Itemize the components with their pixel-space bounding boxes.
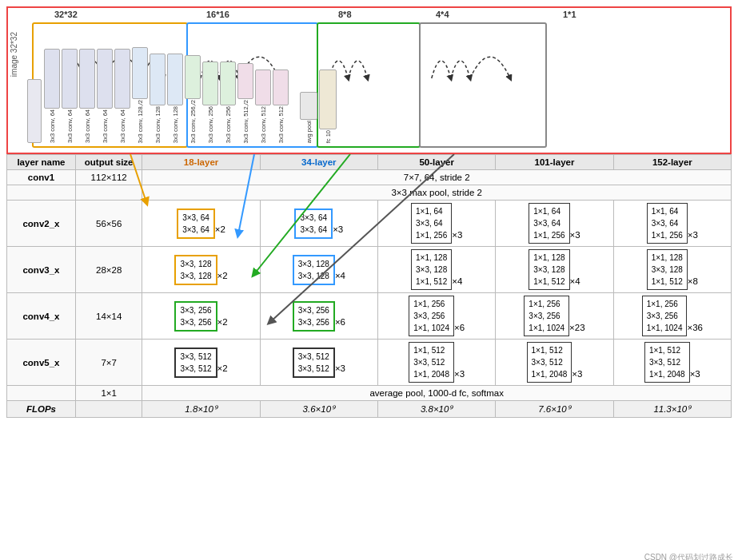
matrix-conv3-34: 3×3, 1283×3, 128 [293,255,335,285]
watermark: CSDN @代码划过路成长 [644,552,733,560]
cell-avgpool-layer [7,386,76,401]
cell-conv3-18: 3×3, 1283×3, 128×2 [142,247,260,293]
matrix-conv5-152: 1×1, 5123×3, 5121×1, 2048 [644,342,690,383]
cell-flops-18: 1.8×10⁹ [142,401,260,418]
cell-flops-152: 11.3×10⁹ [613,401,731,418]
cell-conv2-layer: conv2_x [7,201,76,247]
size-label-16: 16*16 [206,10,229,19]
cell-conv3-50: 1×1, 1283×3, 1281×1, 512×4 [378,247,496,293]
cell-flops-empty [75,401,142,418]
table-row-pool: 3×3 max pool, stride 2 [7,185,732,201]
cell-conv2-152: 1×1, 643×3, 641×1, 256×3 [613,201,731,247]
matrix-conv3-101: 1×1, 1283×3, 1281×1, 512 [529,249,569,290]
matrix-conv5-101: 1×1, 5123×3, 5121×1, 2048 [527,342,572,383]
matrix-conv5-18: 3×3, 5123×3, 512 [174,348,217,378]
matrix-conv3-50: 1×1, 1283×3, 1281×1, 512 [411,249,452,290]
cell-conv2-18: 3×3, 643×3, 64×2 [142,201,260,247]
matrix-conv4-50: 1×1, 2563×3, 2561×1, 1024 [409,296,454,336]
cell-conv2-output: 56×56 [75,201,142,247]
matrix-conv2-101: 1×1, 643×3, 641×1, 256 [529,203,569,244]
matrix-conv4-152: 1×1, 2563×3, 2561×1, 1024 [642,296,688,336]
cell-conv3-152: 1×1, 1283×3, 1281×1, 512×8 [613,247,731,293]
header-152layer: 152-layer [613,155,731,170]
cell-conv5-layer: conv5_x [7,340,76,386]
header-34layer: 34-layer [260,155,377,170]
cell-avgpool-span: average pool, 1000-d fc, softmax [142,386,732,401]
matrix-conv5-50: 1×1, 5123×3, 5121×1, 2048 [409,342,454,383]
cell-conv1-layer: conv1 [7,170,76,185]
cell-conv2-34: 3×3, 643×3, 64×3 [260,201,377,247]
matrix-conv2-152: 1×1, 643×3, 641×1, 256 [647,203,688,244]
table-row-conv3: conv3_x 28×28 3×3, 1283×3, 128×2 3×3, 12… [7,247,732,293]
size-label-4: 4*4 [436,10,449,19]
cell-conv1-output: 112×112 [75,170,142,185]
size-label-32: 32*32 [54,10,78,19]
cell-conv4-layer: conv4_x [7,293,76,340]
cell-pool-span: 3×3 max pool, stride 2 [142,185,732,201]
cell-pool-output [75,185,142,201]
cell-pool-layer [7,185,76,201]
cell-flops-101: 7.6×10⁹ [496,401,613,418]
matrix-conv2-34: 3×3, 643×3, 64 [294,209,333,239]
cell-conv5-34: 3×3, 5123×3, 512×3 [260,340,377,386]
cell-conv1-span: 7×7, 64, stride 2 [142,170,732,185]
header-50layer: 50-layer [378,155,496,170]
matrix-conv3-152: 1×1, 1283×3, 1281×1, 512 [647,249,688,290]
matrix-conv4-101: 1×1, 2563×3, 2561×1, 1024 [524,296,569,336]
size-label-8: 8*8 [338,10,352,19]
table-row-conv1: conv1 112×112 7×7, 64, stride 2 [7,170,732,185]
table-row-conv4: conv4_x 14×14 3×3, 2563×3, 256×2 3×3, 25… [7,293,732,340]
matrix-conv4-34: 3×3, 2563×3, 256 [293,301,335,332]
header-outsize: output size [75,155,142,170]
architecture-diagram: 32*32 16*16 8*8 4*4 1*1 image 32*32 [6,6,732,154]
cell-conv4-50: 1×1, 2563×3, 2561×1, 1024×6 [378,293,496,340]
table-row-conv5: conv5_x 7×7 3×3, 5123×3, 512×2 3×3, 5123… [7,340,732,386]
cell-conv4-18: 3×3, 2563×3, 256×2 [142,293,260,340]
cell-flops-label: FLOPs [7,401,76,418]
cell-conv3-101: 1×1, 1283×3, 1281×1, 512×4 [496,247,613,293]
table-row-avgpool: 1×1 average pool, 1000-d fc, softmax [7,386,732,401]
matrix-conv2-18: 3×3, 643×3, 64 [177,209,215,239]
size-label-1: 1*1 [563,10,576,19]
matrix-conv4-18: 3×3, 2563×3, 256 [174,301,217,332]
image-label: image 32*32 [10,32,18,77]
table-row-conv2: conv2_x 56×56 3×3, 643×3, 64×2 3×3, 643×… [7,201,732,247]
cell-conv5-50: 1×1, 5123×3, 5121×1, 2048×3 [378,340,496,386]
header-101layer: 101-layer [496,155,613,170]
cell-conv3-output: 28×28 [75,247,142,293]
table-wrapper: layer name output size 18-layer 34-layer… [6,154,732,418]
cell-conv5-101: 1×1, 5123×3, 5121×1, 2048×3 [496,340,613,386]
matrix-conv3-18: 3×3, 1283×3, 128 [174,255,217,285]
cell-conv3-layer: conv3_x [7,247,76,293]
resnet-table: layer name output size 18-layer 34-layer… [6,154,732,418]
cell-conv3-34: 3×3, 1283×3, 128×4 [260,247,377,293]
cell-conv4-101: 1×1, 2563×3, 2561×1, 1024×23 [496,293,613,340]
cell-flops-50: 3.8×10⁹ [378,401,496,418]
cell-conv4-152: 1×1, 2563×3, 2561×1, 1024×36 [613,293,731,340]
group-gray [419,22,547,148]
cell-conv5-18: 3×3, 5123×3, 512×2 [142,340,260,386]
conv-blocks-row: 3x3 conv, 64 3x3 conv, 64 3x3 conv, 64 3… [27,47,337,143]
matrix-conv5-34: 3×3, 5123×3, 512 [293,348,335,378]
header-18layer: 18-layer [142,155,260,170]
cell-conv4-output: 14×14 [75,293,142,340]
cell-conv2-50: 1×1, 643×3, 641×1, 256×3 [378,201,496,247]
cell-conv5-output: 7×7 [75,340,142,386]
header-layer: layer name [7,155,76,170]
matrix-conv2-50: 1×1, 643×3, 641×1, 256 [411,203,452,244]
cell-conv4-34: 3×3, 2563×3, 256×6 [260,293,377,340]
cell-flops-34: 3.6×10⁹ [260,401,377,418]
table-row-flops: FLOPs 1.8×10⁹ 3.6×10⁹ 3.8×10⁹ 7.6×10⁹ 11… [7,401,732,418]
cell-conv2-101: 1×1, 643×3, 641×1, 256×3 [496,201,613,247]
cell-conv5-152: 1×1, 5123×3, 5121×1, 2048×3 [613,340,731,386]
cell-avgpool-output: 1×1 [75,386,142,401]
